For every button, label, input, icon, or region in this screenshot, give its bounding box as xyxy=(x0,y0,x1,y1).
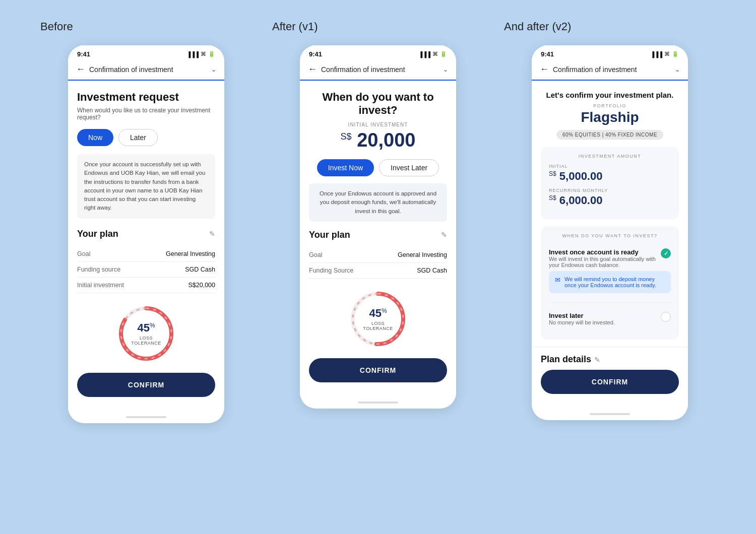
v2-recurring-currency: S$ xyxy=(549,194,556,202)
v2-initial-amount-value: 5,000.00 xyxy=(559,170,603,182)
radio-checked-v2[interactable] xyxy=(661,248,671,258)
v2-allocation-badge: 60% EQUITIES | 40% FIXED INCOME xyxy=(556,130,663,140)
v2-recurring-amount-value: 6,000.00 xyxy=(559,194,603,207)
v2-recurring-label: RECURRING MONTHLY xyxy=(549,188,671,193)
plan-label-funding-v1: Funding Source xyxy=(309,267,353,274)
donut-pct-before: 45% xyxy=(131,321,161,335)
battery-icon: 🔋 xyxy=(208,51,215,57)
edit-icon-v2[interactable]: ✎ xyxy=(594,356,600,364)
plan-title-v1: Your plan xyxy=(309,230,350,240)
columns-row: Before 9:41 ▐▐▐ ⌘ 🔋 ← Confirmation of in… xyxy=(30,20,726,423)
donut-wrap-before: 45% LOSS TOLERANCE xyxy=(77,303,215,364)
plan-value-goal-before: General Investing xyxy=(166,250,215,257)
section-heading-before: Investment request xyxy=(77,91,215,104)
phone-content-before: Investment request When would you like u… xyxy=(68,81,224,412)
column-title-before: Before xyxy=(40,20,73,33)
divider-v2 xyxy=(549,302,671,303)
phone-content-v1: When do you want to invest? INITIAL INVE… xyxy=(300,81,456,397)
v2-portfolio-label: PORTFOLIO xyxy=(541,103,679,108)
column-title-v2: And after (v2) xyxy=(504,20,571,33)
home-indicator-before xyxy=(126,416,166,418)
donut-label-v1: LOSS TOLERANCE xyxy=(363,321,393,331)
plan-row-goal-v1: Goal General Investing xyxy=(309,247,447,263)
status-bar-before: 9:41 ▐▐▐ ⌘ 🔋 xyxy=(68,45,224,61)
v2-investment-card: INVESTMENT AMOUNT INITIAL S$ 5,000.00 RE… xyxy=(541,147,679,219)
confirm-button-v2[interactable]: CONFIRM xyxy=(541,370,679,394)
plan-row-funding-before: Funding source SGD Cash xyxy=(77,262,215,278)
donut-center-v1: 45% LOSS TOLERANCE xyxy=(363,307,393,331)
nav-title-before: Confirmation of investment xyxy=(89,65,207,74)
nav-title-v1: Confirmation of investment xyxy=(321,65,439,74)
column-after-v1: After (v1) 9:41 ▐▐▐ ⌘ 🔋 ← Confirmation o… xyxy=(262,20,494,409)
plan-row-goal-before: Goal General Investing xyxy=(77,246,215,262)
nav-bar-v1: ← Confirmation of investment ⌄ xyxy=(300,61,456,81)
column-before: Before 9:41 ▐▐▐ ⌘ 🔋 ← Confirmation of in… xyxy=(30,20,262,423)
phone-v2: 9:41 ▐▐▐ ⌘ 🔋 ← Confirmation of investmen… xyxy=(532,45,688,420)
status-time-before: 9:41 xyxy=(77,50,90,58)
donut-wrap-v1: 45% LOSS TOLERANCE xyxy=(309,289,447,349)
v2-option2-desc: No money will be invested. xyxy=(549,319,615,325)
battery-icon-v1: 🔋 xyxy=(440,51,447,57)
battery-icon-v2: 🔋 xyxy=(672,51,679,57)
v2-recurring-amount: S$ 6,000.00 xyxy=(549,194,671,207)
donut-label-before: LOSS TOLERANCE xyxy=(131,336,161,346)
v2-initial-currency: S$ xyxy=(549,170,556,177)
column-after-v2: And after (v2) 9:41 ▐▐▐ ⌘ 🔋 ← Confirmati… xyxy=(494,20,726,420)
v2-reminder-text: We will remind you to deposit money once… xyxy=(564,276,665,288)
back-button-v2[interactable]: ← xyxy=(540,64,549,75)
timing-btn-row-before: Now Later xyxy=(77,129,215,146)
confirm-button-before[interactable]: CONFIRM xyxy=(77,373,215,397)
plan-label-funding-before: Funding source xyxy=(77,266,120,273)
donut-chart-before: 45% LOSS TOLERANCE xyxy=(116,303,176,364)
info-box-before: Once your account is successfully set up… xyxy=(77,154,215,219)
v2-timing-title: WHEN DO YOU WANT TO INVEST? xyxy=(549,233,671,238)
v2-option2-row: Invest later No money will be invested. xyxy=(549,312,671,325)
edit-icon-before[interactable]: ✎ xyxy=(209,230,215,238)
btn-invest-now-v1[interactable]: Invest Now xyxy=(317,159,374,176)
chevron-down-icon-v1: ⌄ xyxy=(443,66,448,73)
v2-option1-desc: We will invest in this goal automaticall… xyxy=(549,256,661,268)
back-button-v1[interactable]: ← xyxy=(308,64,317,75)
v1-amount-value: 20,000 xyxy=(357,129,415,151)
v2-plan-details-label: Plan details xyxy=(541,354,591,365)
phone-content-v2: Let's confirm your investment plan. PORT… xyxy=(532,81,688,409)
plan-label-initial-before: Initial investment xyxy=(77,282,124,289)
plan-label-goal-v1: Goal xyxy=(309,251,322,258)
btn-now-before[interactable]: Now xyxy=(77,129,113,146)
v1-heading: When do you want to invest? xyxy=(309,91,447,117)
donut-center-before: 45% LOSS TOLERANCE xyxy=(131,321,161,346)
wifi-icon-v1: ⌘ xyxy=(432,51,438,57)
confirm-button-v1[interactable]: CONFIRM xyxy=(309,358,447,382)
v2-option2-title: Invest later xyxy=(549,312,615,319)
signal-icon-v2: ▐▐▐ xyxy=(651,51,662,57)
status-time-v1: 9:41 xyxy=(309,50,322,58)
wifi-icon: ⌘ xyxy=(201,51,206,57)
edit-icon-v1[interactable]: ✎ xyxy=(441,231,447,239)
v2-option2: Invest later No money will be invested. xyxy=(549,307,671,332)
btn-later-before[interactable]: Later xyxy=(118,129,158,146)
home-indicator-v2 xyxy=(590,413,630,415)
v1-amount: S$ 20,000 xyxy=(309,129,447,151)
status-time-v2: 9:41 xyxy=(541,50,554,58)
plan-label-goal-before: Goal xyxy=(77,250,90,257)
status-icons-v1: ▐▐▐ ⌘ 🔋 xyxy=(419,51,447,57)
v1-info-box: Once your Endowus account is approved an… xyxy=(309,183,447,222)
phone-before: 9:41 ▐▐▐ ⌘ 🔋 ← Confirmation of investmen… xyxy=(68,45,224,423)
radio-unchecked-v2[interactable] xyxy=(661,312,671,322)
btn-invest-later-v1[interactable]: Invest Later xyxy=(379,159,439,176)
back-button-before[interactable]: ← xyxy=(76,64,85,75)
section-subtext-before: When would you like us to create your in… xyxy=(77,107,215,121)
v2-option1: Invest once account is ready We will inv… xyxy=(549,243,671,298)
plan-header-v1: Your plan ✎ xyxy=(309,230,447,240)
nav-bar-v2: ← Confirmation of investment ⌄ xyxy=(532,61,688,81)
v2-initial-amount: S$ 5,000.00 xyxy=(549,170,671,183)
v2-option1-title: Invest once account is ready xyxy=(549,248,661,256)
v2-investment-card-title: INVESTMENT AMOUNT xyxy=(549,154,671,159)
status-icons-v2: ▐▐▐ ⌘ 🔋 xyxy=(651,51,679,57)
status-bar-v1: 9:41 ▐▐▐ ⌘ 🔋 xyxy=(300,45,456,61)
nav-title-v2: Confirmation of investment xyxy=(553,65,671,74)
v2-plan-details-row: Plan details ✎ xyxy=(532,347,688,370)
v2-top-text: Let's confirm your investment plan. xyxy=(541,91,679,99)
plan-row-initial-before: Initial investment S$20,000 xyxy=(77,278,215,293)
v2-allocation-wrap: 60% EQUITIES | 40% FIXED INCOME xyxy=(541,129,679,147)
